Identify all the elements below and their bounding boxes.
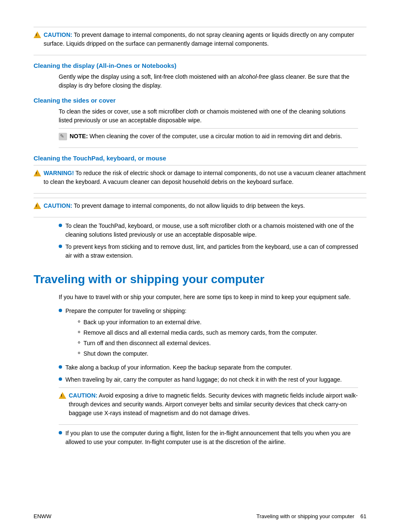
warning-icon-1 [34, 170, 41, 176]
caution-block-3: CAUTION: Avoid exposing a drive to magne… [59, 387, 358, 425]
bullet-dot [59, 245, 62, 248]
bullet-dot [59, 309, 62, 312]
caution-text-2: CAUTION: To prevent damage to internal c… [44, 201, 305, 210]
sub-dot [78, 320, 80, 323]
section-display: Cleaning the display (All-in-Ones or Not… [34, 62, 366, 90]
sub-dot [78, 331, 80, 333]
traveling-heading: Traveling with or shipping your computer [34, 273, 366, 286]
travel-intro: If you have to travel with or ship your … [59, 293, 358, 302]
footer-left: ENWW [34, 513, 52, 519]
caution-icon-1 [34, 31, 41, 38]
display-heading: Cleaning the display (All-in-Ones or Not… [34, 62, 366, 69]
sides-heading: Cleaning the sides or cover [34, 97, 366, 104]
note-block-1: NOTE: When cleaning the cover of the com… [59, 128, 358, 148]
list-item: Remove all discs and all external media … [78, 328, 317, 337]
touchpad-list: To clean the TouchPad, keyboard, or mous… [59, 222, 358, 260]
warning-text-1: WARNING! To reduce the risk of electric … [44, 169, 366, 186]
page-footer: ENWW Traveling with or shipping your com… [34, 513, 366, 519]
caution-block-2: CAUTION: To prevent damage to internal c… [34, 198, 366, 217]
bullet-dot [59, 365, 62, 369]
note-text-1: NOTE: When cleaning the cover of the com… [70, 132, 342, 141]
list-item: To prevent keys from sticking and to rem… [59, 243, 358, 260]
list-item: When traveling by air, carry the compute… [59, 375, 358, 384]
touchpad-heading: Cleaning the TouchPad, keyboard, or mous… [34, 155, 366, 162]
warning-block-1: WARNING! To reduce the risk of electric … [34, 165, 366, 194]
list-item: Back up your information to an external … [78, 318, 317, 327]
travel-list: Prepare the computer for traveling or sh… [59, 307, 358, 384]
bullet-dot [59, 377, 62, 381]
list-item: If you plan to use the computer during a… [59, 429, 358, 447]
caution-block-1: CAUTION: To prevent damage to internal c… [34, 27, 366, 55]
sub-dot [78, 341, 80, 343]
sub-dot [78, 352, 80, 354]
list-item: Take along a backup of your information.… [59, 363, 358, 372]
caution-icon-3 [59, 392, 66, 399]
display-text: Gently wipe the display using a soft, li… [59, 72, 358, 90]
bullet-dot [59, 431, 62, 434]
caution-text-3: CAUTION: Avoid exposing a drive to magne… [69, 391, 358, 418]
sides-text: To clean the sides or cover, use a soft … [59, 107, 358, 125]
sub-list: Back up your information to an external … [78, 318, 317, 358]
page-content: CAUTION: To prevent damage to internal c… [0, 0, 400, 483]
caution-text-1: CAUTION: To prevent damage to internal c… [44, 31, 366, 48]
section-sides: Cleaning the sides or cover To clean the… [34, 97, 366, 148]
list-item: To clean the TouchPad, keyboard, or mous… [59, 222, 358, 239]
bullet-dot [59, 224, 62, 227]
list-item: Prepare the computer for traveling or sh… [59, 307, 358, 360]
footer-right: Traveling with or shipping your computer… [256, 513, 366, 519]
section-touchpad: Cleaning the TouchPad, keyboard, or mous… [34, 155, 366, 260]
list-item: Turn off and then disconnect all externa… [78, 339, 317, 348]
travel-list-2: If you plan to use the computer during a… [59, 429, 358, 447]
caution-icon-2 [34, 202, 41, 209]
note-icon [59, 133, 67, 140]
list-item: Shut down the computer. [78, 349, 317, 358]
